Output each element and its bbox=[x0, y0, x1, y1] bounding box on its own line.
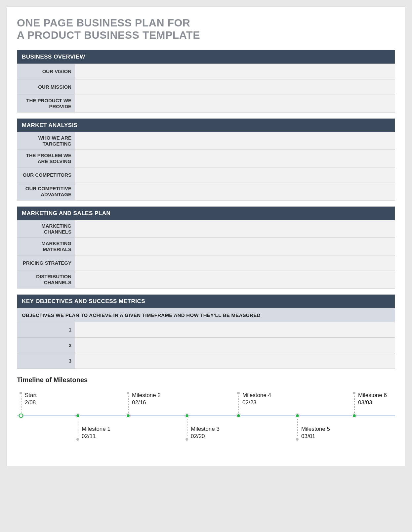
axis-dot-m3 bbox=[185, 414, 189, 418]
ms2-date: 02/16 bbox=[132, 399, 161, 406]
label-product: THE PRODUCT WE PROVIDE bbox=[17, 95, 75, 112]
value-mission[interactable] bbox=[75, 79, 395, 95]
ms6-label: Milestone 6 bbox=[358, 392, 387, 399]
section-marketing-sales: MARKETING AND SALES PLAN MARKETING CHANN… bbox=[17, 206, 395, 288]
ms3-date: 02/20 bbox=[191, 433, 220, 440]
value-pricing[interactable] bbox=[75, 255, 395, 271]
pin-dot-icon bbox=[185, 437, 189, 441]
label-obj-2: 2 bbox=[17, 338, 75, 353]
ms3-label: Milestone 3 bbox=[191, 425, 220, 433]
value-targeting[interactable] bbox=[75, 132, 395, 150]
axis-dot-m4 bbox=[236, 414, 241, 418]
row-obj-2: 2 bbox=[17, 338, 395, 353]
label-vision: OUR VISION bbox=[17, 64, 75, 79]
milestone-5: Milestone 5 03/01 bbox=[301, 425, 330, 440]
row-obj-3: 3 bbox=[17, 353, 395, 369]
pin-dot-icon bbox=[295, 437, 299, 441]
axis-dot-m6 bbox=[352, 414, 356, 418]
milestone-4: Milestone 4 02/23 bbox=[242, 392, 271, 406]
milestone-6: Milestone 6 03/03 bbox=[358, 392, 387, 406]
milestone-2: Milestone 2 02/16 bbox=[132, 392, 161, 406]
label-distribution: DISTRIBUTION CHANNELS bbox=[17, 271, 75, 288]
label-competitors: OUR COMPETITORS bbox=[17, 167, 75, 183]
section-market-analysis: MARKET ANALYSIS WHO WE ARE TARGETING THE… bbox=[17, 118, 395, 200]
pin-m3 bbox=[187, 416, 187, 439]
axis-dot-m1 bbox=[76, 414, 80, 418]
timeline-title: Timeline of Milestones bbox=[17, 376, 395, 384]
pin-dot-icon bbox=[352, 391, 356, 395]
label-targeting: WHO WE ARE TARGETING bbox=[17, 132, 75, 150]
ms5-label: Milestone 5 bbox=[301, 425, 330, 433]
value-product[interactable] bbox=[75, 95, 395, 112]
value-vision[interactable] bbox=[75, 64, 395, 79]
pin-dot-icon bbox=[19, 391, 23, 395]
value-obj-1[interactable] bbox=[75, 322, 395, 337]
label-mkt-materials: MARKETING MATERIALS bbox=[17, 238, 75, 255]
timeline: Start 2/08 Milestone 1 02/11 Milestone 2… bbox=[17, 390, 395, 453]
value-obj-2[interactable] bbox=[75, 338, 395, 353]
label-obj-1: 1 bbox=[17, 322, 75, 337]
axis-dot-m5 bbox=[295, 414, 300, 418]
row-problem: THE PROBLEM WE ARE SOLVING bbox=[17, 150, 395, 167]
ms6-date: 03/03 bbox=[358, 399, 387, 406]
milestone-1: Milestone 1 02/11 bbox=[82, 425, 110, 440]
value-problem[interactable] bbox=[75, 150, 395, 167]
section-header-objectives: KEY OBJECTIVES AND SUCCESS METRICS bbox=[17, 294, 395, 308]
row-pricing: PRICING STRATEGY bbox=[17, 255, 395, 271]
ms5-date: 03/01 bbox=[301, 433, 330, 440]
label-advantage: OUR COMPETITIVE ADVANTAGE bbox=[17, 183, 75, 200]
label-mkt-channels: MARKETING CHANNELS bbox=[17, 220, 75, 238]
value-advantage[interactable] bbox=[75, 183, 395, 200]
pin-m5 bbox=[297, 416, 298, 439]
pin-start bbox=[21, 393, 21, 416]
ms4-label: Milestone 4 bbox=[242, 392, 271, 399]
section-header-overview: BUSINESS OVERVIEW bbox=[17, 50, 395, 64]
pin-dot-icon bbox=[76, 437, 80, 441]
pin-m4 bbox=[238, 393, 239, 416]
ms2-label: Milestone 2 bbox=[132, 392, 161, 399]
section-business-overview: BUSINESS OVERVIEW OUR VISION OUR MISSION… bbox=[17, 50, 395, 112]
ms-start-date: 2/08 bbox=[25, 399, 37, 406]
pin-m1 bbox=[78, 416, 78, 439]
milestone-3: Milestone 3 02/20 bbox=[191, 425, 220, 440]
pin-m6 bbox=[354, 393, 355, 416]
row-vision: OUR VISION bbox=[17, 64, 395, 79]
label-mission: OUR MISSION bbox=[17, 79, 75, 95]
axis-dot-m2 bbox=[126, 414, 130, 418]
pin-m2 bbox=[128, 393, 129, 416]
row-advantage: OUR COMPETITIVE ADVANTAGE bbox=[17, 183, 395, 200]
milestone-start: Start 2/08 bbox=[25, 392, 37, 406]
value-distribution[interactable] bbox=[75, 271, 395, 288]
axis-dot-start bbox=[19, 414, 23, 418]
section-header-marketing: MARKETING AND SALES PLAN bbox=[17, 206, 395, 220]
ms4-date: 02/23 bbox=[242, 399, 271, 406]
row-mkt-channels: MARKETING CHANNELS bbox=[17, 220, 395, 238]
row-product: THE PRODUCT WE PROVIDE bbox=[17, 95, 395, 112]
page-title: ONE PAGE BUSINESS PLAN FOR A PRODUCT BUS… bbox=[17, 17, 395, 41]
title-line-1: ONE PAGE BUSINESS PLAN FOR bbox=[17, 17, 190, 29]
timeline-axis bbox=[17, 416, 395, 416]
row-mission: OUR MISSION bbox=[17, 79, 395, 95]
value-mkt-channels[interactable] bbox=[75, 220, 395, 238]
pin-dot-icon bbox=[126, 391, 130, 395]
row-obj-1: 1 bbox=[17, 322, 395, 338]
ms-start-label: Start bbox=[25, 392, 37, 399]
label-obj-3: 3 bbox=[17, 353, 75, 369]
row-mkt-materials: MARKETING MATERIALS bbox=[17, 238, 395, 255]
objectives-subheader: OBJECTIVES WE PLAN TO ACHIEVE IN A GIVEN… bbox=[17, 308, 395, 322]
section-objectives: KEY OBJECTIVES AND SUCCESS METRICS OBJEC… bbox=[17, 294, 395, 369]
row-competitors: OUR COMPETITORS bbox=[17, 167, 395, 183]
pin-dot-icon bbox=[236, 391, 240, 395]
row-targeting: WHO WE ARE TARGETING bbox=[17, 132, 395, 150]
section-header-market: MARKET ANALYSIS bbox=[17, 118, 395, 132]
label-pricing: PRICING STRATEGY bbox=[17, 255, 75, 271]
ms1-label: Milestone 1 bbox=[82, 425, 110, 433]
label-problem: THE PROBLEM WE ARE SOLVING bbox=[17, 150, 75, 167]
row-distribution: DISTRIBUTION CHANNELS bbox=[17, 271, 395, 288]
ms1-date: 02/11 bbox=[82, 433, 110, 440]
value-mkt-materials[interactable] bbox=[75, 238, 395, 255]
title-line-2: A PRODUCT BUSINESS TEMPLATE bbox=[17, 29, 200, 41]
document-page: ONE PAGE BUSINESS PLAN FOR A PRODUCT BUS… bbox=[7, 7, 405, 466]
value-obj-3[interactable] bbox=[75, 353, 395, 369]
value-competitors[interactable] bbox=[75, 167, 395, 183]
